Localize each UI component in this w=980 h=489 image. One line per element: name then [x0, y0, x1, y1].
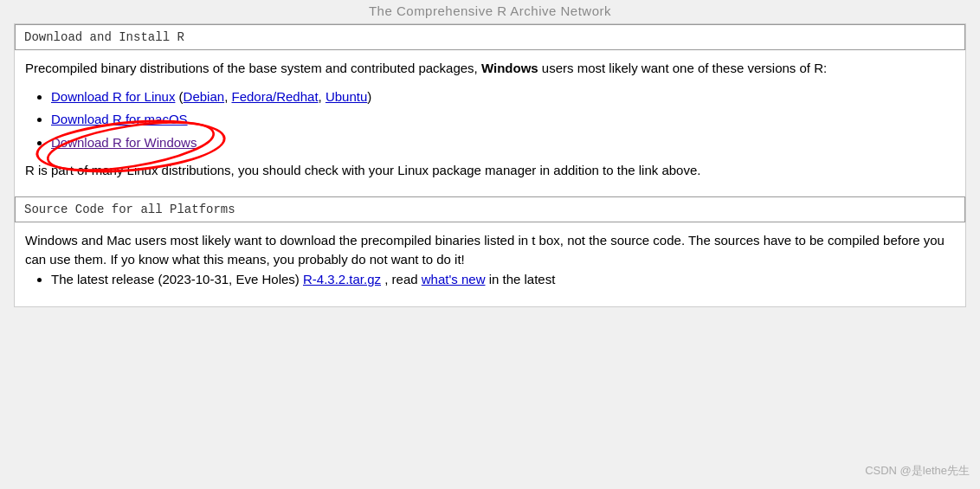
- ubuntu-link[interactable]: Ubuntu: [326, 89, 367, 104]
- release-list: The latest release (2023-10-31, Eve Hole…: [51, 270, 955, 290]
- source-paragraph: Windows and Mac users most likely want t…: [25, 231, 955, 270]
- download-macos-link[interactable]: Download R for macOS: [51, 112, 188, 126]
- download-section-box: Download and Install R: [15, 24, 965, 50]
- watermark-text: CSDN @是lethe先生: [865, 464, 970, 477]
- download-links-list: Download R for Linux (Debian, Fedora/Red…: [51, 87, 955, 153]
- whats-new-link[interactable]: what's new: [422, 272, 486, 286]
- whats-new-suffix: in the latest: [489, 272, 556, 286]
- list-item-windows: Download R for Windows: [51, 133, 955, 153]
- windows-link-wrapper: Download R for Windows: [51, 133, 197, 153]
- intro-paragraph: Precompiled binary distributions of the …: [25, 59, 955, 79]
- download-linux-link[interactable]: Download R for Linux: [51, 89, 175, 104]
- download-box-title: Download and Install R: [24, 30, 184, 44]
- release-suffix: , read: [384, 272, 422, 286]
- release-item: The latest release (2023-10-31, Eve Hole…: [51, 270, 955, 290]
- linux-note: R is part of many Linux distributions, y…: [25, 161, 955, 181]
- page-header: The Comprehensive R Archive Network: [0, 0, 980, 23]
- download-content: Precompiled binary distributions of the …: [15, 50, 965, 196]
- main-container: Download and Install R Precompiled binar…: [14, 23, 966, 307]
- release-label: The latest release (2023-10-31, Eve Hole…: [51, 272, 303, 286]
- release-tarball-link[interactable]: R-4.3.2.tar.gz: [303, 272, 381, 286]
- debian-link[interactable]: Debian: [184, 89, 225, 104]
- header-title: The Comprehensive R Archive Network: [369, 3, 611, 18]
- list-item-macos: Download R for macOS: [51, 110, 955, 130]
- intro-bold: Windows: [481, 61, 538, 75]
- source-section-box: Source Code for all Platforms: [15, 196, 965, 222]
- intro-text-1: Precompiled binary distributions of the …: [25, 61, 478, 75]
- csdn-watermark: CSDN @是lethe先生: [865, 463, 970, 479]
- source-box-title: Source Code for all Platforms: [24, 203, 235, 216]
- source-content: Windows and Mac users most likely want t…: [15, 222, 965, 307]
- list-item-linux: Download R for Linux (Debian, Fedora/Red…: [51, 87, 955, 107]
- intro-text-2: users most likely want one of these vers…: [542, 61, 827, 75]
- fedora-link[interactable]: Fedora/Redhat: [231, 89, 318, 104]
- download-windows-link[interactable]: Download R for Windows: [51, 135, 197, 150]
